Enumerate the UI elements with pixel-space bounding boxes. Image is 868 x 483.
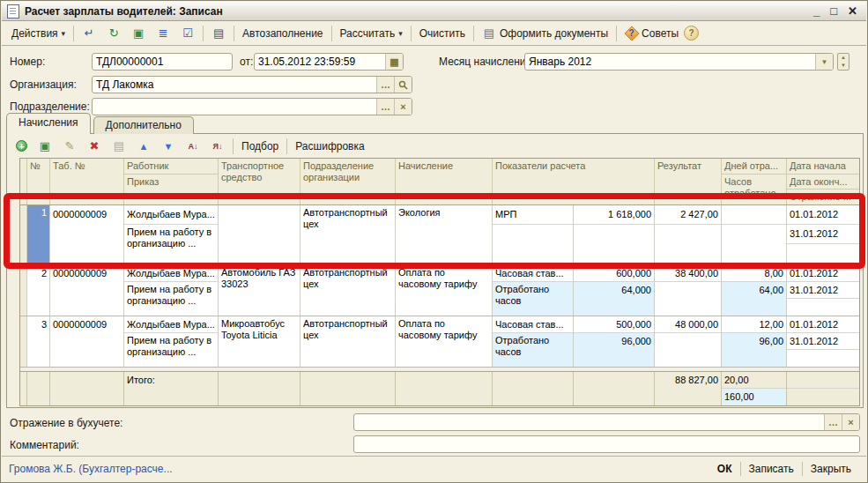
department-label: Подразделение: — [10, 100, 90, 113]
header-department: Подразделение организации — [300, 159, 396, 204]
list-settings-button[interactable]: ≣ — [151, 24, 175, 43]
month-spinner[interactable]: ▲ ▼ — [837, 53, 849, 71]
outline-button[interactable]: ▤ — [206, 24, 231, 43]
cell-department[interactable]: Автотранспортный цех — [300, 316, 396, 367]
autofill-button[interactable]: Автозаполнение — [237, 25, 328, 42]
tips-button[interactable]: ? Советы — [619, 24, 684, 42]
copy-document-button[interactable]: ▣ — [126, 24, 151, 43]
totals-result: 88 827,00 — [655, 372, 722, 405]
month-field[interactable]: Январь 2012 ▼ — [524, 53, 834, 71]
clear-field-icon[interactable]: × — [394, 99, 412, 115]
save-button[interactable]: Записать — [741, 461, 802, 477]
responsible-user-link[interactable]: Громова Ж.Б. (Бухгалтер-расче... — [9, 463, 709, 475]
cell-tab-number[interactable]: 0000000009 — [50, 205, 124, 264]
spin-down-icon[interactable]: ▼ — [838, 62, 849, 70]
month-value: Январь 2012 — [525, 54, 815, 70]
cell-num[interactable]: 1 — [27, 205, 50, 264]
edit-row-button[interactable]: ✎ — [57, 137, 82, 156]
detail-button[interactable]: Расшифровка — [290, 137, 369, 155]
cell-accrual[interactable]: Экология — [396, 205, 493, 264]
clear-button[interactable]: Очистить — [414, 25, 471, 42]
cell-dates[interactable]: 01.01.2012 31.01.2012 — [787, 316, 859, 367]
cell-indicator-value[interactable]: 500,000 96,000 — [574, 316, 655, 367]
cell-vehicle[interactable]: Микроавтобус Toyota Liticia — [219, 316, 300, 367]
refresh-button[interactable]: ↻ — [101, 24, 126, 43]
cell-indicator-value[interactable]: 1 618,000 — [574, 205, 655, 264]
date-field[interactable]: 31.05.2012 23:59:59 ▦ — [254, 53, 404, 71]
cell-tab-number[interactable]: 0000000009 — [50, 265, 124, 316]
header-accrual: Начисление — [396, 159, 493, 204]
cell-worker[interactable]: Жолдыбаев Мура... Прием на работу в орга… — [124, 205, 219, 264]
reflection-field[interactable]: … × — [353, 413, 860, 431]
cell-indicator-value[interactable]: 600,000 64,000 — [574, 265, 655, 316]
cell-worker[interactable]: Жолдыбаев Мура... Прием на работу в орга… — [124, 265, 219, 316]
cell-vehicle[interactable] — [219, 205, 300, 264]
cell-num[interactable]: 2 — [27, 265, 50, 316]
cell-days-hours[interactable]: 8,00 64,00 — [722, 265, 787, 316]
close-button[interactable]: ✕ — [848, 5, 857, 18]
make-documents-button[interactable]: ▤ Оформить документы — [477, 24, 613, 43]
sort-desc-button[interactable]: Я↓ — [205, 139, 230, 153]
department-field[interactable]: … × — [92, 98, 412, 115]
copy-row-button[interactable]: ▣ — [33, 137, 57, 156]
cell-result[interactable]: 48 000,00 — [655, 316, 722, 367]
cell-indicator-name[interactable]: Часовая став... Отработано часов — [493, 265, 574, 316]
tab-accruals[interactable]: Начисления — [6, 113, 91, 134]
delete-row-button[interactable]: ✖ — [82, 137, 107, 156]
actions-menu-button[interactable]: Действия ▾ — [6, 25, 70, 42]
search-icon[interactable] — [394, 77, 412, 93]
cell-accrual[interactable]: Оплата по часовому тарифу — [396, 265, 493, 316]
cell-num[interactable]: 3 — [27, 316, 50, 367]
move-up-button[interactable]: ▲ — [131, 137, 156, 156]
cell-worker[interactable]: Жолдыбаев Мура... Прием на работу в орга… — [124, 316, 219, 367]
cell-department[interactable]: Автотранспортный цех — [300, 205, 396, 264]
row-gutter[interactable] — [20, 205, 27, 264]
checklist-icon: ☑ — [181, 26, 195, 41]
reread-button[interactable]: ↵ — [77, 24, 101, 43]
cell-vehicle[interactable]: Автомобиль ГАЗ 33023 — [219, 265, 300, 316]
cell-department[interactable]: Автотранспортный цех — [300, 265, 396, 316]
select-dots-icon[interactable]: … — [376, 77, 394, 93]
add-row-button[interactable]: + — [11, 137, 33, 154]
accruals-panel: + ▣ ✎ ✖ ▤ ▲ ▼ А↓ Я↓ Подбор Расшифровка №… — [6, 133, 864, 408]
cell-dates[interactable]: 01.01.2012 31.01.2012 — [787, 265, 859, 316]
minimize-button[interactable]: _ — [813, 5, 820, 18]
cell-indicator-name[interactable]: МРП — [493, 205, 574, 264]
cell-days-hours[interactable] — [722, 205, 787, 264]
cell-accrual[interactable]: Оплата по часовому тарифу — [396, 316, 493, 367]
tab-additional[interactable]: Дополнительно — [93, 116, 194, 134]
cell-result[interactable]: 38 400,00 — [655, 265, 722, 316]
spin-up-icon[interactable]: ▲ — [838, 54, 849, 62]
select-dots-icon[interactable]: … — [376, 99, 394, 115]
number-field[interactable]: ТДЛ00000001 — [92, 53, 233, 71]
end-edit-button[interactable]: ▤ — [107, 137, 131, 156]
ok-button[interactable]: ОК — [709, 461, 740, 477]
totals-empty — [574, 372, 655, 405]
row-gutter[interactable] — [20, 265, 27, 316]
pick-button[interactable]: Подбор — [236, 137, 284, 155]
checklist-button[interactable]: ☑ — [175, 24, 200, 43]
organization-field[interactable]: ТД Лакомка … — [92, 76, 412, 93]
totals-empty — [787, 372, 859, 405]
detail-label: Расшифровка — [295, 140, 364, 152]
calculate-menu-button[interactable]: Рассчитать ▾ — [335, 25, 408, 42]
help-button[interactable]: ? — [684, 26, 699, 41]
comment-field[interactable] — [353, 435, 860, 453]
sort-asc-button[interactable]: А↓ — [181, 139, 205, 153]
cell-days-hours[interactable]: 12,00 96,00 — [722, 316, 787, 367]
close-window-button[interactable]: Закрыть — [803, 461, 859, 477]
cell-indicator-name[interactable]: Часовая став... Отработано часов — [493, 316, 574, 367]
select-dots-icon[interactable]: … — [824, 414, 842, 430]
move-down-button[interactable]: ▼ — [156, 137, 181, 156]
clear-field-icon[interactable]: × — [842, 414, 859, 430]
cell-dates[interactable]: 01.01.2012 31.01.2012 — [787, 205, 859, 264]
totals-empty — [27, 372, 50, 405]
row-gutter[interactable] — [20, 316, 27, 367]
cell-tab-number[interactable]: 0000000009 — [50, 316, 124, 367]
month-label: Месяц начисления: — [439, 56, 534, 68]
dropdown-icon[interactable]: ▼ — [815, 54, 833, 70]
calendar-icon[interactable]: ▦ — [385, 54, 403, 70]
maximize-button[interactable]: □ — [830, 5, 837, 18]
cell-result[interactable]: 2 427,00 — [655, 205, 722, 264]
header-days-hours: Дней отра... Часов отработано — [722, 159, 787, 204]
